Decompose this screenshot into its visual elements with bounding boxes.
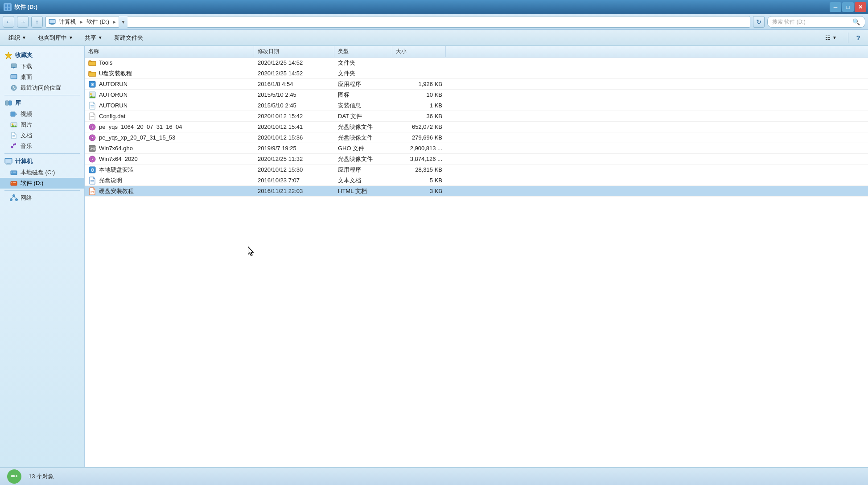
sidebar-item-music[interactable]: 音乐 [0, 141, 84, 152]
favorites-header[interactable]: 收藏夹 [0, 49, 84, 61]
new-folder-button[interactable]: 新建文件夹 [109, 32, 148, 44]
computer-header[interactable]: 计算机 [0, 156, 84, 167]
search-button[interactable]: 🔍 [851, 16, 861, 27]
file-icon: ⚙ [88, 80, 96, 88]
computer-nav-icon [49, 18, 56, 25]
file-name-cell: ⚙ 本地硬盘安装 [85, 164, 254, 175]
network-section: 网络 [0, 193, 84, 203]
table-row[interactable]: AUTORUN 2015/5/10 2:45 安装信息 1 KB [85, 100, 868, 111]
file-type-cell: DAT 文件 [334, 111, 392, 121]
table-row[interactable]: Config.dat 2020/10/12 15:42 DAT 文件 36 KB [85, 111, 868, 122]
table-row[interactable]: pe_yqs_xp_20_07_31_15_53 2020/10/12 15:3… [85, 132, 868, 143]
col-header-type[interactable]: 类型 [334, 46, 392, 57]
table-row[interactable]: 光盘说明 2016/10/23 7:07 文本文档 5 KB [85, 175, 868, 186]
svg-rect-29 [6, 164, 11, 164]
organize-dropdown-icon: ▼ [22, 35, 26, 40]
back-button[interactable]: ← [3, 16, 14, 28]
organize-button[interactable]: 组织 ▼ [4, 32, 31, 44]
table-row[interactable]: GHO Win7x64.gho 2019/9/7 19:25 GHO 文件 2,… [85, 143, 868, 154]
svg-point-66 [16, 475, 17, 477]
sidebar-item-doc[interactable]: 文档 [0, 130, 84, 141]
file-date-cell: 2016/10/23 7:07 [254, 175, 334, 185]
col-header-name[interactable]: 名称 [85, 46, 254, 57]
svg-rect-33 [11, 181, 17, 185]
col-header-size[interactable]: 大小 [392, 46, 446, 57]
file-date-cell: 2020/12/25 14:52 [254, 58, 334, 68]
svg-rect-12 [11, 75, 16, 78]
minimize-button[interactable]: ─ [830, 2, 841, 12]
new-folder-label: 新建文件夹 [114, 34, 143, 42]
share-button[interactable]: 共享 ▼ [80, 32, 107, 44]
file-date-cell: 2020/10/12 15:36 [254, 132, 334, 143]
music-label: 音乐 [21, 142, 32, 150]
refresh-button[interactable]: ↻ [753, 16, 765, 28]
views-button[interactable]: ☷ ▼ [818, 32, 844, 44]
add-to-lib-dropdown-icon: ▼ [69, 35, 73, 40]
file-icon [88, 155, 96, 163]
share-label: 共享 [85, 34, 96, 42]
table-row[interactable]: Tools 2020/12/25 14:52 文件夹 [85, 58, 868, 68]
sidebar-item-recent[interactable]: 最近访问的位置 [0, 82, 84, 93]
window-title: 软件 (D:) [14, 3, 37, 11]
desktop-icon [10, 73, 18, 81]
file-name-cell: AUTORUN [85, 100, 254, 111]
organize-label: 组织 [8, 34, 20, 42]
sidebar-item-download[interactable]: 下载 [0, 61, 84, 72]
toolbar-separator [848, 33, 848, 43]
file-icon [88, 123, 96, 131]
sidebar-item-local-c[interactable]: 本地磁盘 (C:) [0, 167, 84, 178]
table-row[interactable]: </> 硬盘安装教程 2016/11/21 22:03 HTML 文档 3 KB [85, 186, 868, 197]
sidebar-item-picture[interactable]: 图片 [0, 119, 84, 130]
address-box[interactable]: 计算机 ► 软件 (D:) ► ▼ [45, 16, 750, 28]
file-icon: </> [88, 187, 96, 195]
address-dropdown-button[interactable]: ▼ [119, 16, 128, 28]
file-name: AUTORUN [99, 91, 128, 98]
download-label: 下载 [21, 62, 32, 70]
table-row[interactable]: Win7x64_2020 2020/12/25 11:32 光盘映像文件 3,8… [85, 154, 868, 164]
up-button[interactable]: ↑ [31, 16, 43, 28]
table-row[interactable]: ⚙ AUTORUN 2016/1/8 4:54 应用程序 1,926 KB [85, 79, 868, 90]
file-size-cell [392, 68, 446, 78]
computer-label: 计算机 [15, 157, 33, 165]
close-button[interactable]: ✕ [855, 2, 866, 12]
file-date-cell: 2020/10/12 15:30 [254, 164, 334, 175]
table-row[interactable]: pe_yqs_1064_20_07_31_16_04 2020/10/12 15… [85, 122, 868, 132]
svg-point-38 [16, 199, 18, 201]
sidebar-item-video[interactable]: 视频 [0, 109, 84, 119]
file-list-area: 名称 修改日期 类型 大小 Tools 2020/12/25 14:52 文件夹… [85, 46, 868, 467]
doc-label: 文档 [21, 132, 32, 140]
sidebar-divider-2 [4, 153, 80, 154]
sidebar-item-network[interactable]: 网络 [0, 193, 84, 203]
file-type-cell: 安装信息 [334, 100, 392, 111]
sidebar-item-desktop[interactable]: 桌面 [0, 72, 84, 82]
maximize-button[interactable]: □ [842, 2, 854, 12]
status-bar: 13 个对象 [0, 467, 868, 485]
search-box[interactable]: 搜索 软件 (D:) 🔍 [767, 16, 865, 28]
network-icon [10, 194, 18, 202]
views-icon: ☷ [825, 34, 831, 41]
crumb-computer[interactable]: 计算机 [58, 17, 78, 26]
svg-point-58 [91, 158, 93, 160]
status-count: 13 个对象 [29, 473, 54, 481]
file-type-cell: 文本文档 [334, 175, 392, 185]
forward-button[interactable]: → [17, 16, 29, 28]
col-header-date[interactable]: 修改日期 [254, 46, 334, 57]
svg-rect-17 [9, 101, 12, 105]
file-type-cell: 光盘映像文件 [334, 132, 392, 143]
help-button[interactable]: ? [852, 32, 864, 44]
table-row[interactable]: ⚙ 本地硬盘安装 2020/10/12 15:30 应用程序 28,315 KB [85, 164, 868, 175]
favorites-label: 收藏夹 [15, 51, 33, 59]
sidebar-item-local-d[interactable]: 软件 (D:) [0, 178, 84, 189]
svg-rect-1 [8, 4, 10, 7]
crumb-drive[interactable]: 软件 (D:) [85, 17, 111, 26]
svg-text:⚙: ⚙ [91, 82, 95, 87]
library-header[interactable]: 库 [0, 97, 84, 109]
file-name-cell: 光盘说明 [85, 175, 254, 185]
file-list: Tools 2020/12/25 14:52 文件夹 U盘安装教程 2020/1… [85, 58, 868, 467]
table-row[interactable]: U盘安装教程 2020/12/25 14:52 文件夹 [85, 68, 868, 79]
svg-rect-9 [11, 64, 16, 68]
add-to-lib-button[interactable]: 包含到库中 ▼ [33, 32, 78, 44]
svg-rect-2 [5, 8, 7, 10]
table-row[interactable]: AUTORUN 2015/5/10 2:45 图标 10 KB [85, 90, 868, 100]
file-icon [88, 59, 96, 67]
